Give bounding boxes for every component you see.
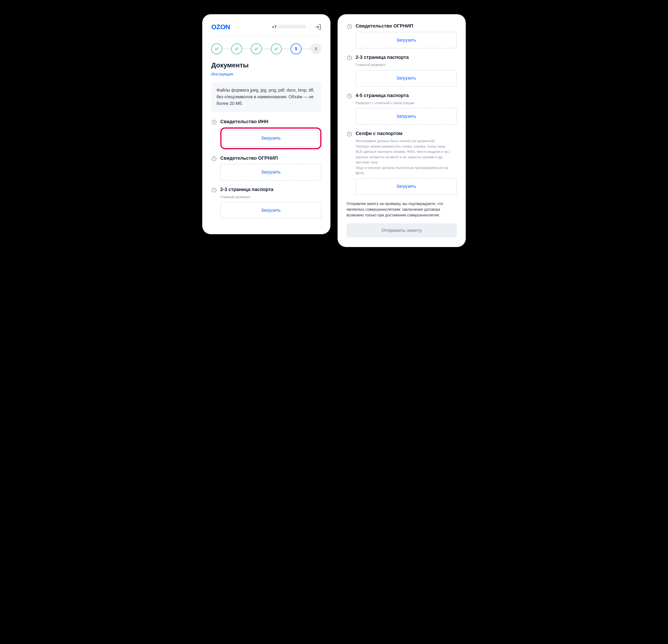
phone-redacted [277, 25, 306, 28]
upload-block-inn: Свидетельство ИНН Загрузить [211, 119, 321, 149]
clock-icon [347, 55, 352, 61]
upload-block-passport-4-5: 4-5 страница паспорта Разворот с отметко… [347, 93, 457, 125]
clock-icon [347, 24, 352, 29]
upload-title: Свидетельство ОГРНИП [220, 155, 278, 161]
ozon-logo: OZON [211, 23, 230, 31]
upload-title: Свидетельство ОГРНИП [355, 23, 413, 29]
upload-block-passport-2-3-r: 2-3 страница паспорта Главный разворот З… [347, 55, 457, 87]
upload-dropzone-ogrnip-r[interactable]: Загрузить [355, 32, 457, 48]
upload-title: Свидетельство ИНН [220, 119, 269, 124]
file-requirements-info: Файлы формата jpeg, jpg, png, pdf, docx,… [211, 82, 321, 112]
upload-dropzone-passport-4-5[interactable]: Загрузить [355, 108, 457, 125]
upload-dropzone-selfie[interactable]: Загрузить [355, 178, 457, 195]
page-title: Документы [211, 61, 321, 69]
upload-block-selfie: Селфи с паспортом Фотография должна быть… [347, 131, 457, 195]
upload-dropzone-passport-2-3[interactable]: Загрузить [220, 202, 321, 218]
header-right: +7 [272, 24, 321, 30]
phone-screen-left: OZON +7 5 6 Документы Инструкция Файлы ф… [202, 14, 331, 234]
phone-screen-right: Свидетельство ОГРНИП Загрузить 2-3 стран… [337, 14, 466, 247]
progress-stepper: 5 6 [211, 43, 321, 54]
clock-icon [347, 93, 352, 99]
upload-title: 4-5 страница паспорта [355, 93, 409, 98]
step-6: 6 [310, 43, 321, 54]
clock-icon [347, 131, 352, 137]
submit-button[interactable]: Отправить анкету [347, 223, 457, 237]
upload-dropzone-ogrnip[interactable]: Загрузить [220, 164, 321, 181]
logout-icon[interactable] [315, 24, 321, 30]
step-2 [231, 43, 242, 54]
upload-block-ogrnip: Свидетельство ОГРНИП Загрузить [211, 155, 321, 181]
clock-icon [211, 156, 217, 162]
step-4 [271, 43, 282, 54]
clock-icon [211, 187, 217, 193]
upload-highlight: Загрузить [220, 127, 321, 149]
clock-icon [211, 119, 217, 125]
upload-title: 2-3 страница паспорта [220, 187, 273, 192]
upload-title: 2-3 страница паспорта [355, 55, 409, 60]
upload-subtitle: Главный разворот [355, 62, 457, 67]
step-3 [251, 43, 262, 54]
phone-prefix: +7 [272, 25, 276, 29]
age-disclaimer: Отправляя анкету на проверку, вы подтвер… [347, 201, 457, 218]
instruction-link[interactable]: Инструкция [211, 72, 233, 77]
step-5: 5 [291, 43, 302, 54]
upload-subtitle: Разворот с отметкой о регистрации [355, 101, 457, 106]
upload-dropzone-passport-2-3-r[interactable]: Загрузить [355, 70, 457, 87]
upload-title: Селфи с паспортом [355, 131, 403, 136]
upload-block-ogrnip-r: Свидетельство ОГРНИП Загрузить [347, 23, 457, 48]
user-phone: +7 [272, 25, 306, 29]
upload-dropzone-inn[interactable]: Загрузить [223, 130, 319, 147]
upload-block-passport-2-3: 2-3 страница паспорта Главный разворот З… [211, 187, 321, 219]
step-1 [211, 43, 222, 54]
header-divider [310, 24, 310, 30]
app-header: OZON +7 [211, 23, 321, 36]
upload-subtitle: Главный разворот [220, 194, 321, 200]
upload-subtitle: Фотография должна быть четкой (не размыт… [355, 138, 457, 176]
